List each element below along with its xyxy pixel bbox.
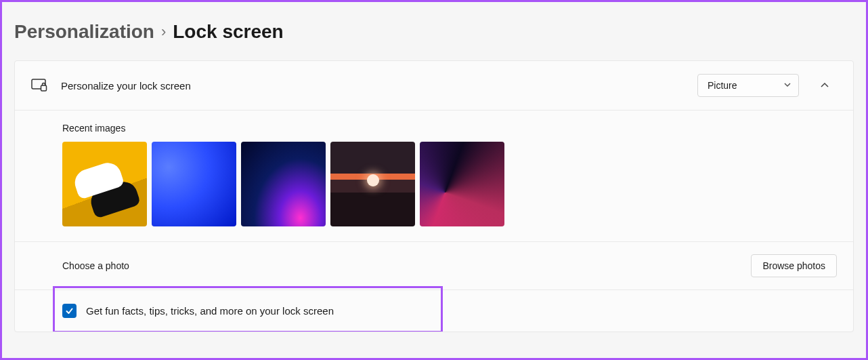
choose-photo-label: Choose a photo	[62, 260, 129, 271]
fun-facts-checkbox[interactable]	[62, 304, 77, 318]
fun-facts-label: Get fun facts, tips, tricks, and more on…	[86, 305, 334, 317]
check-icon	[65, 306, 74, 315]
recent-image-thumbnail[interactable]	[330, 142, 415, 226]
chevron-up-icon	[820, 81, 829, 90]
recent-images-list	[62, 142, 837, 226]
breadcrumb: Personalization › Lock screen	[14, 21, 854, 43]
breadcrumb-parent[interactable]: Personalization	[14, 21, 154, 43]
recent-image-thumbnail[interactable]	[420, 142, 504, 226]
page-title: Lock screen	[173, 21, 283, 43]
recent-image-thumbnail[interactable]	[62, 142, 147, 226]
lock-screen-icon	[31, 77, 47, 94]
recent-image-thumbnail[interactable]	[241, 142, 326, 226]
personalize-row: Personalize your lock screen Picture	[15, 61, 853, 111]
chevron-right-icon: ›	[161, 23, 166, 41]
background-type-select[interactable]: Picture	[697, 74, 799, 97]
personalize-title: Personalize your lock screen	[61, 80, 191, 92]
svg-rect-1	[41, 85, 47, 91]
choose-photo-row: Choose a photo Browse photos	[15, 242, 853, 290]
browse-photos-button[interactable]: Browse photos	[751, 254, 837, 277]
background-type-value: Picture	[708, 80, 737, 91]
lock-screen-card: Personalize your lock screen Picture Rec…	[14, 60, 854, 332]
collapse-button[interactable]	[812, 73, 837, 98]
recent-image-thumbnail[interactable]	[152, 142, 236, 226]
chevron-down-icon	[783, 80, 791, 91]
recent-images-label: Recent images	[62, 123, 837, 134]
recent-images-section: Recent images	[15, 111, 853, 242]
fun-facts-row: Get fun facts, tips, tricks, and more on…	[15, 290, 853, 332]
